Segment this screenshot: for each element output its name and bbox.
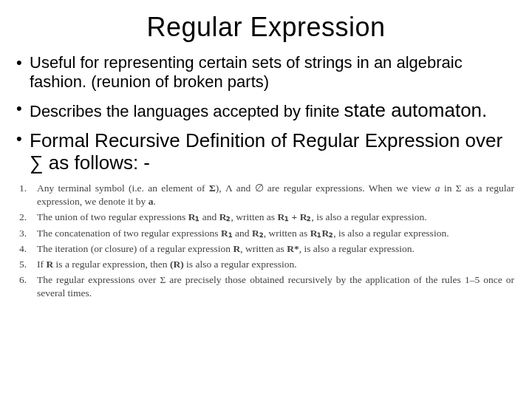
- definition-list: Any terminal symbol (i.e. an element of …: [13, 182, 519, 301]
- definition-item: The union of two regular expressions R₁ …: [18, 211, 514, 224]
- sigma-symbol: Σ: [209, 183, 216, 194]
- definition-item: The regular expressions over Σ are preci…: [18, 273, 514, 300]
- bullet-text: Describes the languages accepted by fini…: [30, 102, 344, 120]
- slide: Regular Expression Useful for representi…: [0, 0, 532, 399]
- expr-r1r2: R₁R₂: [310, 228, 334, 239]
- def-text: The iteration (or closure) of a regular …: [37, 243, 233, 254]
- def-text: , written as: [231, 211, 277, 222]
- def-text: If: [37, 259, 46, 270]
- def-text: and: [200, 211, 219, 222]
- def-text: , is also a regular expression.: [299, 243, 415, 254]
- expr-r1-plus-r2: R₁ + R₂: [277, 211, 311, 222]
- var-r: R: [46, 259, 53, 270]
- def-text: The union of two regular expressions: [37, 211, 188, 222]
- definition-item: If R is a regular expression, then (R) i…: [18, 258, 514, 271]
- var-a: a: [435, 183, 440, 194]
- def-text: , is also a regular expression.: [311, 211, 426, 222]
- def-text: , written as: [264, 228, 310, 239]
- expr-rstar: R*: [287, 243, 299, 254]
- def-text: and: [233, 228, 252, 239]
- var-r: R: [233, 243, 240, 254]
- def-text: The concatenation of two regular express…: [37, 228, 221, 239]
- definition-item: The concatenation of two regular express…: [18, 227, 514, 240]
- var-r2: R₂: [252, 228, 264, 239]
- var-r1: R₁: [188, 211, 200, 222]
- bullet-list: Useful for representing certain sets of …: [13, 53, 519, 174]
- definition-item: The iteration (or closure) of a regular …: [18, 242, 514, 256]
- def-text: ), Λ and: [216, 183, 255, 194]
- emptyset-symbol: ∅: [255, 183, 264, 194]
- definition-item: Any terminal symbol (i.e. an element of …: [18, 182, 514, 208]
- bullet-text-large: state automaton.: [344, 99, 488, 121]
- def-text: Any terminal symbol (i.e. an element of: [37, 183, 209, 194]
- bullet-item: Useful for representing certain sets of …: [13, 53, 519, 92]
- slide-title: Regular Expression: [13, 12, 519, 43]
- def-text: , written as: [240, 243, 287, 254]
- bullet-item: Formal Recursive Definition of Regular E…: [13, 129, 519, 174]
- def-text: .: [153, 196, 155, 207]
- expr-paren-r: (R): [170, 259, 184, 270]
- def-text: are regular expressions. When we view: [264, 183, 435, 194]
- def-text: , is also a regular expression.: [333, 228, 449, 239]
- var-r2: R₂: [219, 211, 231, 222]
- def-text: is a regular expression, then: [53, 259, 170, 270]
- def-text: is also a regular expression.: [184, 259, 297, 270]
- bullet-item: Describes the languages accepted by fini…: [13, 99, 519, 122]
- var-r1: R₁: [221, 228, 233, 239]
